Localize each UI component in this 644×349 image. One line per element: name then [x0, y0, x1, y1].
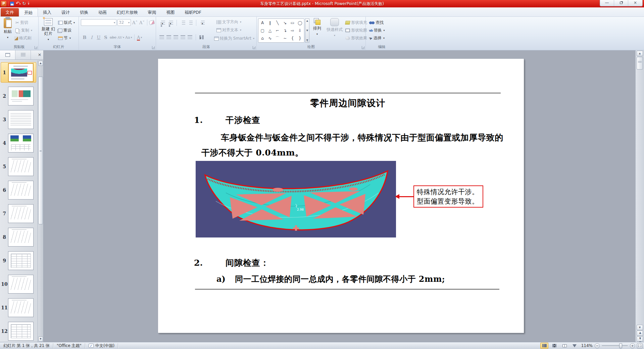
previous-slide-button[interactable]: ▲▲	[637, 331, 643, 336]
bullets-button[interactable]	[161, 21, 165, 25]
slide-thumbnail-6[interactable]: 6	[1, 180, 36, 200]
slide-thumbnail-4[interactable]: 4	[1, 133, 36, 153]
font-color-icon[interactable]: A	[137, 35, 140, 40]
customize-qat-icon[interactable]: ▾	[28, 2, 29, 5]
shrink-font-button[interactable]: Aˇ	[139, 19, 145, 26]
replace-button[interactable]: ab替换	[369, 28, 385, 33]
slide-thumbnail-9[interactable]: 9	[1, 250, 36, 271]
elbow-arrow-connector-shape-icon[interactable]: ↴	[283, 27, 287, 34]
select-button[interactable]: ➤选择	[369, 35, 385, 41]
slide-thumbnail-2[interactable]: 2	[1, 86, 36, 106]
slide-counter[interactable]: 幻灯片 第 1 张，共 21 张	[0, 343, 53, 349]
slide-thumbnail-5[interactable]: 5	[1, 156, 36, 177]
tab-transitions[interactable]: 切换	[75, 8, 93, 16]
underline-button[interactable]: U	[96, 34, 102, 40]
slide-thumbnail-11[interactable]: 11	[1, 297, 36, 318]
slide-title[interactable]: 零件周边间隙设计	[195, 97, 501, 109]
next-slide-button[interactable]: ▼▼	[637, 336, 643, 342]
editing-canvas[interactable]: 零件周边间隙设计 1. 干涉检查 车身钣金件与钣金件之间不得干涉，特殊情况下由于…	[44, 50, 635, 342]
slide-thumbnail-7[interactable]: 7	[1, 203, 36, 224]
rounded-rectangle-shape-icon[interactable]: ▢	[260, 27, 264, 34]
cut-button[interactable]: 剪切	[15, 20, 28, 26]
zoom-slider-track[interactable]	[602, 345, 628, 346]
close-button[interactable]: ×	[628, 0, 642, 6]
arrange-button[interactable]: 排列	[310, 18, 324, 42]
triangle-shape-icon[interactable]: △	[268, 27, 271, 34]
font-size-combobox[interactable]: 32▾	[117, 19, 131, 26]
close-pane-icon[interactable]: ×	[36, 50, 43, 59]
outline-tab[interactable]	[15, 50, 31, 59]
scroll-up-icon[interactable]: ▲	[306, 19, 308, 22]
font-dialog-launcher[interactable]	[152, 46, 155, 49]
format-painter-button[interactable]: 格式刷	[14, 35, 31, 41]
tab-view[interactable]: 视图	[161, 8, 180, 16]
arc-shape-icon[interactable]: ⌒	[276, 35, 280, 42]
increase-indent-button[interactable]	[189, 21, 193, 25]
vertical-scrollbar[interactable]: ▲ ▼ ▲▲ ▼▼	[635, 50, 644, 342]
italic-button[interactable]: I	[89, 34, 95, 40]
scroll-up-button[interactable]: ▲	[637, 51, 643, 56]
paste-button[interactable]: 粘贴	[1, 18, 15, 42]
layout-button[interactable]: 版式	[58, 20, 75, 26]
arrow-shape-icon[interactable]: ↘	[283, 19, 287, 26]
tab-animations[interactable]: 动画	[93, 8, 112, 16]
bold-button[interactable]: B	[82, 34, 88, 40]
find-button[interactable]: 查找	[369, 20, 384, 26]
copy-button[interactable]: 复制	[15, 28, 32, 33]
text-box-shape-icon[interactable]: A	[261, 19, 264, 26]
slide-thumbnail-1[interactable]: 1	[1, 62, 36, 83]
body-text-line-2[interactable]: 干涉不得大于 0.04mm。	[201, 147, 304, 158]
decrease-indent-button[interactable]	[182, 21, 185, 25]
tab-foxit-pdf[interactable]: 福昕PDF	[180, 8, 206, 16]
section-button[interactable]: 节	[58, 35, 71, 41]
zoom-slider-thumb[interactable]	[619, 343, 622, 348]
shapes-gallery-scrollbar[interactable]: ▲ ▼ ▼̲	[305, 18, 309, 43]
text-direction-button[interactable]: 文字方向	[216, 19, 241, 25]
scrollbar-thumb[interactable]	[637, 57, 643, 70]
vertical-text-box-shape-icon[interactable]: ∥	[269, 19, 271, 26]
gap-check-rule-text[interactable]: 同一工位焊接的同一总成内，各零件间隙不得小于 2mm;	[235, 274, 445, 285]
scribble-shape-icon[interactable]: ∿	[268, 35, 271, 42]
slide-sorter-view-button[interactable]	[550, 343, 558, 349]
right-arrow-shape-icon[interactable]: ⇨	[291, 27, 294, 34]
minimize-button[interactable]: —	[600, 0, 614, 6]
drawing-dialog-launcher[interactable]	[362, 46, 365, 49]
character-spacing-button[interactable]: AV	[117, 34, 124, 40]
oval-shape-icon[interactable]: ◯	[298, 19, 302, 26]
scroll-down-button[interactable]: ▼	[637, 325, 643, 330]
align-left-button[interactable]	[159, 35, 164, 39]
text-shadow-button[interactable]: S	[103, 34, 109, 40]
rectangle-shape-icon[interactable]: ▭	[291, 19, 294, 26]
align-right-button[interactable]	[174, 35, 178, 39]
strikethrough-button[interactable]: abe	[110, 34, 116, 40]
align-center-button[interactable]	[166, 35, 171, 39]
align-text-button[interactable]: 对齐文本	[216, 27, 241, 33]
cad-interference-image[interactable]: 2.98	[196, 161, 396, 237]
redo-icon[interactable]: ↻	[22, 1, 26, 6]
tab-design[interactable]: 设计	[56, 8, 75, 16]
reading-view-button[interactable]	[560, 343, 568, 349]
callout-box[interactable]: 特殊情况允许干涉。型面偏置变形导致。	[413, 185, 483, 208]
language-status[interactable]: ✓ 中文(中国)	[85, 343, 118, 349]
heading-interference-check[interactable]: 干涉检查	[226, 115, 260, 126]
save-icon[interactable]	[10, 2, 14, 6]
curve-shape-icon[interactable]: ∼	[283, 35, 287, 42]
heading-gap-check[interactable]: 间隙检查：	[226, 257, 269, 268]
clipboard-dialog-launcher[interactable]	[35, 46, 38, 49]
slides-thumbnails-tab[interactable]	[0, 50, 15, 59]
right-brace-shape-icon[interactable]: }	[299, 35, 301, 42]
freeform-shape-icon[interactable]: ⌂	[261, 35, 264, 42]
numbering-button[interactable]	[169, 21, 173, 25]
powerpoint-app-icon[interactable]: P	[1, 1, 6, 6]
undo-icon[interactable]: ↶▾	[16, 1, 20, 7]
slide-thumbnail-3[interactable]: 3	[1, 109, 36, 130]
panel-scrollbar-thumb[interactable]	[38, 77, 43, 224]
clear-formatting-icon[interactable]	[149, 20, 155, 25]
tab-slideshow[interactable]: 幻灯片放映	[112, 8, 143, 16]
convert-to-smartart-button[interactable]: 转换为 SmartArt	[214, 36, 254, 41]
left-brace-shape-icon[interactable]: {	[291, 35, 294, 42]
down-arrow-shape-icon[interactable]: ⇩	[298, 27, 302, 34]
theme-name[interactable]: "Office 主题"	[53, 343, 85, 349]
columns-button[interactable]	[199, 35, 204, 39]
new-slide-button[interactable]: 新建 幻灯片	[41, 18, 56, 42]
